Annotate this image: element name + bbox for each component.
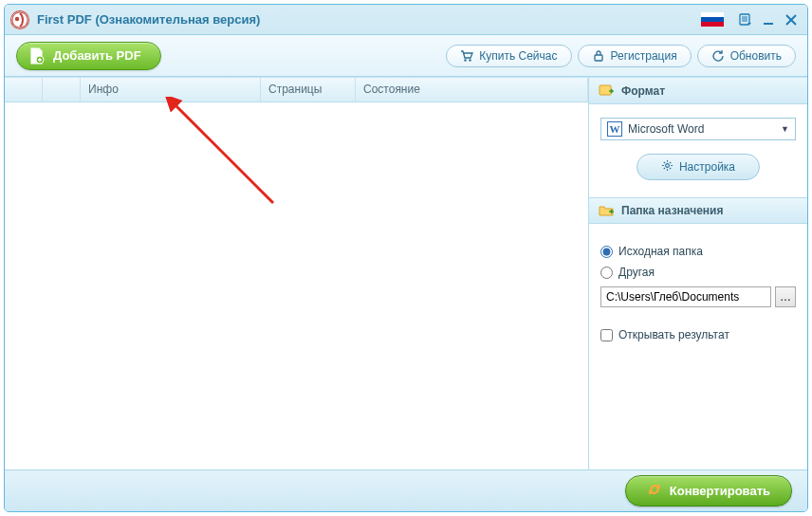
app-window: First PDF (Ознакомительная версия) Добав… xyxy=(4,4,808,512)
window-title: First PDF (Ознакомительная версия) xyxy=(37,12,701,27)
section-head-format: Формат xyxy=(589,78,807,104)
radio-other-folder[interactable]: Другая xyxy=(600,266,796,279)
svg-rect-14 xyxy=(600,85,611,95)
close-button[interactable] xyxy=(781,10,802,29)
radio-source-input[interactable] xyxy=(600,246,613,258)
update-button[interactable]: Обновить xyxy=(697,45,796,67)
buy-now-button[interactable]: Купить Сейчас xyxy=(446,45,571,67)
destination-head-label: Папка назначения xyxy=(621,204,723,217)
minimize-button[interactable] xyxy=(758,10,779,29)
side-panel: Формат W Microsoft Word Настройка xyxy=(589,78,807,470)
radio-source-folder[interactable]: Исходная папка xyxy=(600,245,796,258)
radio-source-label: Исходная папка xyxy=(618,245,703,258)
open-result-input[interactable] xyxy=(600,329,613,341)
svg-rect-13 xyxy=(595,55,602,61)
svg-rect-5 xyxy=(764,23,773,25)
svg-line-22 xyxy=(670,162,671,163)
word-icon: W xyxy=(607,121,622,137)
destination-section-icon xyxy=(599,203,614,218)
titlebar: First PDF (Ознакомительная версия) xyxy=(5,5,807,35)
col-pages[interactable]: Страницы xyxy=(261,78,356,101)
grid-header: Инфо Страницы Состояние xyxy=(5,78,588,102)
menu-button[interactable] xyxy=(735,10,756,29)
destination-path-input[interactable] xyxy=(600,286,771,307)
add-file-icon xyxy=(28,47,46,64)
register-button[interactable]: Регистрация xyxy=(578,45,692,67)
settings-label: Настройка xyxy=(679,160,735,174)
refresh-icon xyxy=(711,49,725,63)
svg-point-11 xyxy=(465,59,467,61)
language-flag-ru[interactable] xyxy=(701,12,724,28)
col-checkbox[interactable] xyxy=(5,78,43,101)
browse-button[interactable]: … xyxy=(775,286,796,307)
svg-point-15 xyxy=(666,164,670,168)
buy-now-label: Купить Сейчас xyxy=(479,49,557,63)
add-pdf-label: Добавить PDF xyxy=(53,48,141,63)
add-pdf-button[interactable]: Добавить PDF xyxy=(16,42,161,70)
svg-line-21 xyxy=(670,168,671,169)
col-sort[interactable] xyxy=(43,78,81,101)
radio-other-input[interactable] xyxy=(600,267,613,279)
svg-point-0 xyxy=(15,16,19,20)
svg-point-12 xyxy=(470,59,471,61)
destination-body: Исходная папка Другая … Открывать резуль… xyxy=(589,224,807,362)
format-head-label: Формат xyxy=(621,84,665,98)
section-head-destination: Папка назначения xyxy=(589,197,807,224)
cart-icon xyxy=(460,49,473,63)
format-select[interactable]: W Microsoft Word xyxy=(600,118,796,140)
svg-line-23 xyxy=(664,168,665,169)
convert-button[interactable]: Конвертировать xyxy=(625,475,792,507)
format-body: W Microsoft Word Настройка xyxy=(589,104,807,197)
update-label: Обновить xyxy=(730,49,782,63)
toolbar: Добавить PDF Купить Сейчас Регистрация О… xyxy=(5,35,807,77)
col-state[interactable]: Состояние xyxy=(356,78,588,101)
convert-icon xyxy=(647,482,662,500)
open-result-check[interactable]: Открывать результат xyxy=(600,328,796,341)
col-info[interactable]: Инфо xyxy=(81,78,261,101)
svg-line-20 xyxy=(664,162,665,163)
open-result-label: Открывать результат xyxy=(618,328,729,341)
format-section-icon xyxy=(599,83,614,99)
radio-other-label: Другая xyxy=(618,266,655,279)
app-logo-icon xyxy=(10,10,29,29)
content-body: Инфо Страницы Состояние Формат W Microso… xyxy=(5,77,807,470)
lock-icon xyxy=(592,49,605,63)
footer: Конвертировать xyxy=(5,470,807,511)
file-grid: Инфо Страницы Состояние xyxy=(5,78,589,470)
format-value: Microsoft Word xyxy=(628,122,704,136)
grid-body-empty xyxy=(5,102,588,470)
format-settings-button[interactable]: Настройка xyxy=(637,154,760,180)
destination-path-row: … xyxy=(600,286,796,307)
register-label: Регистрация xyxy=(611,49,677,63)
gear-icon xyxy=(661,159,674,175)
convert-label: Конвертировать xyxy=(670,484,770,498)
